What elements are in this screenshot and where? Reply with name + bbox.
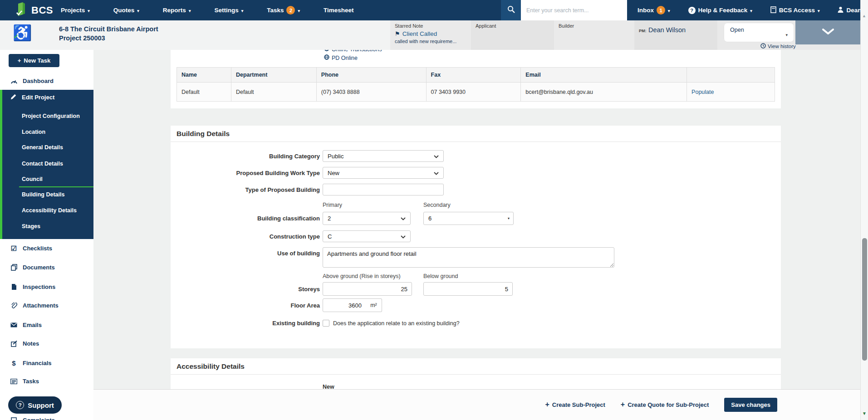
sidebar-item-stages[interactable]: Stages xyxy=(22,223,40,230)
column-header-email: Email xyxy=(521,68,687,83)
clock-icon xyxy=(760,43,766,49)
task-list-icon xyxy=(10,379,18,384)
populate-link[interactable]: Populate xyxy=(691,89,714,95)
sidebar-item-notes[interactable]: Notes xyxy=(0,340,93,347)
construction-type-select[interactable]: C xyxy=(323,230,411,242)
note-pencil-icon xyxy=(10,341,18,347)
scrollbar-up-arrow[interactable]: ▲ xyxy=(862,14,866,18)
sidebar-item-attachments[interactable]: Attachments xyxy=(0,302,93,309)
project-status-dropdown[interactable]: Open ▾ xyxy=(724,23,794,42)
new-task-button[interactable]: + New Task xyxy=(9,54,59,67)
below-ground-label: Below ground xyxy=(423,273,458,279)
user-icon xyxy=(838,6,843,14)
globe-icon xyxy=(324,54,329,61)
sidebar-item-contact-details[interactable]: Contact Details xyxy=(22,161,63,167)
calculator-icon xyxy=(770,6,776,15)
chevron-down-icon: ▾ xyxy=(785,33,788,37)
column-header-phone: Phone xyxy=(316,68,426,83)
classification-primary-select[interactable]: 2 xyxy=(323,212,411,225)
classification-secondary-select[interactable]: 6 ▾ xyxy=(423,212,514,225)
sidebar-item-inspections[interactable]: Inspections xyxy=(0,283,93,291)
applicant-column: Applicant xyxy=(471,20,554,50)
support-button[interactable]: ? Support xyxy=(8,396,62,414)
chevron-down-icon: ▾ xyxy=(189,9,191,13)
sidebar-item-location[interactable]: Location xyxy=(22,129,45,135)
sidebar-item-project-configuration[interactable]: Project Configuration xyxy=(22,113,80,119)
pm-name: Dean Wilson xyxy=(648,26,686,34)
project-status-value: Open xyxy=(730,27,744,33)
use-of-building-textarea[interactable]: Apartments and ground floor retail xyxy=(323,247,614,268)
sidebar-item-checklists[interactable]: ☑ Checklists xyxy=(0,244,93,252)
sidebar-item-council[interactable]: Council xyxy=(22,176,43,182)
accessibility-project-icon: ♿✓ xyxy=(13,25,32,40)
nav-bcs-access[interactable]: BCS Access ▾ xyxy=(770,6,820,15)
nav-inbox[interactable]: Inbox 1 ▾ xyxy=(638,6,670,15)
nav-settings[interactable]: Settings▾ xyxy=(214,7,243,14)
bcs-logo[interactable]: BCS xyxy=(15,2,53,19)
search-input[interactable] xyxy=(521,0,627,20)
vertical-scrollbar[interactable]: ▲ ▼ xyxy=(860,0,868,420)
building-details-title: Building Details xyxy=(177,130,230,138)
sidebar-item-accessibility-details[interactable]: Accessibility Details xyxy=(22,207,77,214)
inbox-count-badge: 1 xyxy=(657,6,665,15)
nav-projects[interactable]: Projects▾ xyxy=(61,7,90,14)
scrollbar-down-arrow[interactable]: ▼ xyxy=(862,411,867,416)
nav-help-feedback[interactable]: ? Help & Feedback ▾ xyxy=(688,7,752,14)
sidebar-item-general-details[interactable]: General Details xyxy=(22,144,63,151)
sidebar-item-financials[interactable]: $ Financials xyxy=(0,359,93,367)
plus-icon: + xyxy=(545,400,549,409)
inspections-icon xyxy=(10,283,18,290)
sidebar-item-building-details[interactable]: Building Details xyxy=(22,191,64,198)
scrollbar-thumb[interactable] xyxy=(862,238,867,361)
pd-online-link[interactable]: PD Online xyxy=(324,54,358,61)
dollar-icon: $ xyxy=(10,359,18,367)
primary-label: Primary xyxy=(323,202,342,208)
plus-icon: + xyxy=(621,400,625,409)
sidebar-item-edit-project[interactable]: Edit Project xyxy=(2,93,93,101)
search-button[interactable] xyxy=(501,0,521,20)
nav-timesheet[interactable]: Timesheet xyxy=(324,7,354,14)
chevron-down-icon xyxy=(434,153,439,160)
main-content: Online Transactions PD Online Name Depar… xyxy=(93,50,860,420)
proposed-building-type-input[interactable] xyxy=(323,184,444,195)
builder-label: Builder xyxy=(559,23,630,29)
sidebar-item-dashboard[interactable]: Dashboard xyxy=(0,77,93,85)
work-type-select[interactable]: New xyxy=(323,167,444,179)
floor-area-input[interactable] xyxy=(323,298,366,312)
header-expand-button[interactable] xyxy=(795,20,860,44)
column-header-department: Department xyxy=(231,68,316,83)
applicant-label: Applicant xyxy=(476,23,549,29)
flag-icon: ⚑ xyxy=(395,30,400,37)
tasks-count-badge: 2 xyxy=(286,6,295,15)
divider xyxy=(171,374,781,375)
storeys-above-input[interactable] xyxy=(323,282,412,296)
bcs-logo-icon xyxy=(15,2,28,19)
existing-building-checkbox[interactable] xyxy=(323,320,329,327)
cell-department: Default xyxy=(231,83,316,102)
nav-tasks[interactable]: Tasks 2 ▾ xyxy=(267,6,300,15)
sidebar-item-emails[interactable]: Emails xyxy=(0,321,93,329)
work-type-label: Proposed Building Work Type xyxy=(171,167,320,179)
starred-note-link[interactable]: ⚑ Client Called xyxy=(395,30,466,37)
cell-name: Default xyxy=(177,83,231,102)
nav-reports[interactable]: Reports▾ xyxy=(163,7,191,14)
nav-quotes[interactable]: Quotes▾ xyxy=(113,7,139,14)
floor-area-unit: m² xyxy=(366,298,382,312)
sidebar-item-complaints[interactable]: Complaints xyxy=(0,416,93,420)
save-changes-button[interactable]: Save changes xyxy=(724,398,777,412)
sidebar-item-documents[interactable]: Documents xyxy=(0,264,93,271)
column-header-name: Name xyxy=(177,68,231,83)
cell-email: bcert@brisbane.qld.gov.au xyxy=(521,83,687,102)
chevron-down-icon: ▾ xyxy=(241,9,244,13)
active-item-underline xyxy=(19,186,93,187)
storeys-below-input[interactable] xyxy=(423,282,513,296)
create-sub-project-link[interactable]: + Create Sub-Project xyxy=(545,401,605,409)
table-row: Default Default (07) 3403 8888 07 3403 9… xyxy=(177,83,775,102)
create-quote-sub-project-link[interactable]: + Create Quote for Sub-Project xyxy=(621,401,709,409)
pencil-icon xyxy=(10,93,17,101)
sidebar-item-tasks[interactable]: Tasks xyxy=(0,377,93,385)
help-icon: ? xyxy=(688,7,696,14)
view-history-link[interactable]: View history xyxy=(760,43,796,49)
council-contacts-table: Name Department Phone Fax Email Default … xyxy=(177,67,775,102)
building-category-select[interactable]: Public xyxy=(323,150,444,162)
